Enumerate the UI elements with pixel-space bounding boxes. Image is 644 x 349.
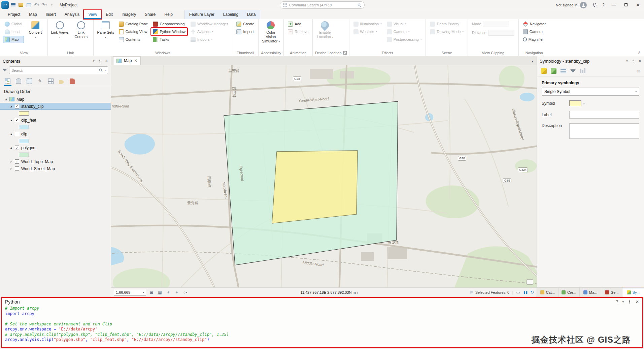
symbol-swatch[interactable] [19,111,29,116]
link-views-button[interactable]: Link Views ▾ [50,20,70,39]
layer-checkbox[interactable]: ✓ [15,104,19,108]
symbology-dock-tab[interactable]: Sy... [622,288,644,297]
contents-button[interactable]: Contents [117,36,150,43]
description-input[interactable] [569,123,639,139]
notifications-button[interactable] [590,0,599,10]
expander-icon[interactable]: ◢ [9,133,13,135]
create-features-dock-tab[interactable]: Cre... [558,288,580,297]
python-help-icon[interactable]: ? [616,299,618,304]
tab-edit[interactable]: Edit [101,10,117,19]
symbol-row-polygon[interactable] [0,151,111,158]
view-dock-chevron-icon[interactable]: ▾ [532,59,537,65]
symbol-swatch[interactable] [19,139,29,143]
refresh-map-button[interactable]: ↻ [530,290,534,295]
geoprocessing-button[interactable]: Geoprocessing [151,20,187,28]
navigator-button[interactable]: Navigator [521,20,547,28]
list-by-selection-button[interactable] [26,78,33,86]
undo-button[interactable]: ↶▾ [33,1,40,9]
coordinate-readout[interactable]: 11,427,957.18E 2,877,892.03N m ▾ [191,290,468,294]
catalog-dock-tab[interactable]: Cat... [537,288,558,297]
crosshair-button[interactable]: + [165,289,171,295]
create-thumbnail-button[interactable]: Create [235,20,256,28]
pause-drawing-button[interactable]: ▮▮ [523,290,528,294]
symbology-options-menu-icon[interactable]: ≡ [637,68,640,74]
link-cursors-button[interactable]: Link Cursors [71,20,91,39]
visual-button[interactable]: Visual ▾ [385,20,423,28]
list-by-charts-button[interactable] [69,78,76,86]
expander-icon[interactable]: ◢ [4,98,7,101]
collapse-ribbon-button[interactable]: ∧ [638,50,641,55]
pin-icon[interactable] [98,59,102,63]
tab-imagery[interactable]: Imagery [117,10,140,19]
map-view-button[interactable]: Map [3,36,24,43]
postprocessing-button[interactable]: Postprocessing ▾ [385,36,423,43]
tab-analysis[interactable]: Analysis [60,10,84,19]
map-canvas[interactable]: 昌宏路 西三环 Yunda-West-Road ngfu-Road South-… [111,65,537,287]
modify-features-dock-tab[interactable]: Ma... [580,288,601,297]
illumination-button[interactable]: Illumination ▾ [352,20,383,28]
tab-share[interactable]: Share [140,10,160,19]
geoprocessing-dock-tab[interactable]: Ge... [601,288,623,297]
tree-item-world-street-map[interactable]: ▷ World_Street_Map [0,165,111,172]
tab-project[interactable]: Project [3,10,25,19]
python-window-button[interactable]: Python Window [151,28,187,35]
tree-item-map[interactable]: ◢ Map [0,96,111,103]
restore-button[interactable] [620,0,632,10]
search-options-chevron-icon[interactable]: ▾ [104,69,106,72]
primary-symbology-select[interactable]: Single Symbol ▾ [542,88,639,96]
list-by-editing-button[interactable]: ✎ [36,78,44,86]
list-by-labeling-button[interactable] [58,78,65,86]
list-by-snapping-button[interactable] [47,78,55,86]
list-by-drawing-order-button[interactable] [4,78,11,86]
expander-icon[interactable]: ◢ [9,105,13,108]
tab-data[interactable]: Data [243,10,260,19]
global-scene-button[interactable]: Global [3,20,24,28]
filter-icon[interactable] [3,69,7,71]
clipping-distance-input[interactable] [488,30,514,36]
selected-features-status[interactable]: Selected Features: 0 [470,290,510,294]
signin-status[interactable]: Not signed in [556,3,577,7]
symbol-swatch[interactable] [19,153,29,157]
tab-insert[interactable]: Insert [41,10,60,19]
map-overview-button[interactable] [527,279,533,285]
pane-sets-button[interactable]: Pane Sets ▾ [96,20,115,39]
layer-checkbox[interactable] [15,166,19,171]
symbol-swatch-button[interactable] [569,100,581,106]
indoors-button[interactable]: Indoors ▾ [189,36,230,43]
vary-symbology-icon[interactable] [551,68,556,74]
add-animation-button[interactable]: +Add [286,20,310,28]
pin-icon[interactable] [628,300,632,304]
catalog-view-button[interactable]: Catalog View [117,28,150,35]
symbol-row-clip[interactable] [0,137,111,144]
layer-checkbox[interactable]: ✓ [15,118,19,122]
attribute-mapping-icon[interactable] [561,68,566,74]
symbol-swatch[interactable] [19,125,29,129]
clipping-mode-input[interactable] [483,21,509,27]
import-thumbnail-button[interactable]: ↓Import [235,28,256,35]
minimize-button[interactable]: — [608,0,620,10]
tab-feature-layer[interactable]: Feature Layer [185,10,219,19]
tab-labeling[interactable]: Labeling [219,10,243,19]
contents-search[interactable]: ▾ [9,66,108,74]
camera-effects-button[interactable]: Camera ▾ [385,28,423,35]
selection-box-button[interactable]: ▭ [515,289,521,295]
quick-access-customize-button[interactable]: ▾ [48,1,55,9]
layer-checkbox[interactable] [15,132,19,136]
scale-combo[interactable]: 1:66,669 ▾ [114,289,146,296]
expander-icon[interactable]: ◢ [9,147,13,149]
drawing-mode-button[interactable]: Drawing Mode ▾ [428,28,465,35]
grid-toggle-button[interactable]: ▦ [157,289,163,295]
tasks-button[interactable]: Tasks [151,36,187,43]
symbology-menu-chevron-icon[interactable]: ▾ [626,59,628,63]
new-project-button[interactable] [25,1,32,9]
symbol-row-standby_clip[interactable] [0,110,111,117]
weather-button[interactable]: Weather ▾ [352,28,383,35]
contents-close-icon[interactable]: ✕ [105,59,108,63]
tab-view[interactable]: View [84,10,101,19]
convert-button[interactable]: Convert▾ [26,20,45,39]
save-button[interactable] [10,1,16,9]
expander-icon[interactable]: ◢ [9,119,13,122]
tree-item-world-topo-map[interactable]: ▷ ✓ World_Topo_Map [0,158,111,165]
symbology-close-icon[interactable]: ✕ [638,59,641,63]
remove-animation-button[interactable]: −Remove [286,28,310,35]
